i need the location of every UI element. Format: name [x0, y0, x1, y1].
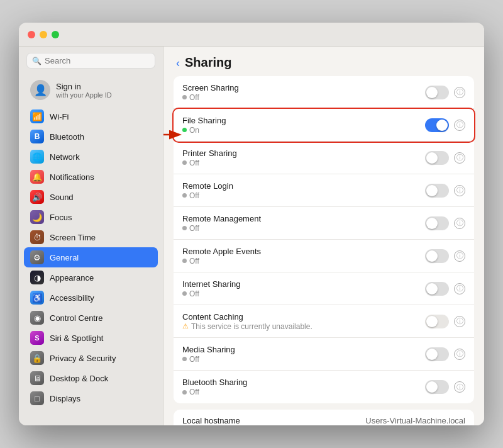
- sidebar-label-displays: Displays: [50, 394, 80, 403]
- sidebar-item-controlcentre[interactable]: ◉ Control Centre: [24, 308, 158, 328]
- back-button[interactable]: ‹: [176, 57, 180, 69]
- screen-sharing-info-btn[interactable]: ⓘ: [454, 87, 465, 98]
- sidebar-item-network[interactable]: 🌐 Network: [24, 147, 158, 167]
- media-sharing-controls: ⓘ: [425, 347, 465, 361]
- sharing-list: Screen Sharing Off ⓘ: [163, 76, 484, 425]
- file-sharing-controls: ⓘ: [425, 118, 465, 132]
- remote-management-controls: ⓘ: [425, 216, 465, 230]
- content-caching-info-btn[interactable]: ⓘ: [454, 316, 465, 327]
- printer-sharing-toggle[interactable]: [425, 151, 449, 165]
- sharing-item-screen-sharing: Screen Sharing Off ⓘ: [174, 76, 474, 109]
- bluetooth-sharing-info: Bluetooth Sharing Off: [182, 378, 425, 396]
- internet-sharing-info: Internet Sharing Off: [182, 279, 425, 298]
- sharing-item-printer-sharing: Printer Sharing Off ⓘ: [174, 142, 474, 174]
- screen-sharing-info: Screen Sharing Off: [182, 83, 425, 102]
- remote-apple-events-toggle[interactable]: [425, 249, 449, 263]
- network-icon: 🌐: [30, 150, 44, 164]
- remote-management-toggle[interactable]: [425, 216, 449, 230]
- media-sharing-toggle[interactable]: [425, 347, 449, 361]
- sidebar-label-notifications: Notifications: [50, 172, 94, 182]
- content-caching-name: Content Caching: [182, 312, 425, 322]
- remote-login-info-btn[interactable]: ⓘ: [454, 185, 465, 196]
- content-caching-status: ⚠ This service is currently unavailable.: [182, 322, 425, 331]
- file-sharing-info-btn[interactable]: ⓘ: [454, 120, 465, 131]
- internet-sharing-dot: [182, 291, 187, 296]
- sidebar-label-desktop: Desktop & Dock: [50, 374, 108, 383]
- appearance-icon: ◑: [30, 271, 44, 284]
- sidebar-label-controlcentre: Control Centre: [50, 313, 103, 323]
- general-icon: ⚙: [30, 250, 44, 264]
- media-sharing-info-btn[interactable]: ⓘ: [454, 349, 465, 360]
- sidebar-item-displays[interactable]: □ Displays: [24, 388, 158, 408]
- remote-login-toggle[interactable]: [425, 184, 449, 198]
- sidebar-item-desktop[interactable]: 🖥 Desktop & Dock: [24, 368, 158, 388]
- sidebar-item-screentime[interactable]: ⏱ Screen Time: [24, 227, 158, 247]
- sidebar-item-appearance[interactable]: ◑ Appearance: [24, 267, 158, 288]
- notifications-icon: 🔔: [30, 170, 44, 184]
- sidebar-label-privacy: Privacy & Security: [50, 354, 116, 363]
- file-sharing-toggle[interactable]: [425, 118, 449, 132]
- bluetooth-sharing-toggle[interactable]: [425, 380, 449, 394]
- sidebar-item-notifications[interactable]: 🔔 Notifications: [24, 167, 158, 187]
- sidebar-item-privacy[interactable]: 🔒 Privacy & Security: [24, 348, 158, 368]
- sidebar-item-focus[interactable]: 🌙 Focus: [24, 207, 158, 227]
- sidebar-item-wifi[interactable]: 📶 Wi-Fi: [24, 106, 158, 126]
- remote-management-info-btn[interactable]: ⓘ: [454, 218, 465, 229]
- sound-icon: 🔊: [30, 190, 44, 204]
- sidebar-item-bluetooth[interactable]: B Bluetooth: [24, 126, 158, 147]
- internet-sharing-controls: ⓘ: [425, 282, 465, 296]
- user-sub: with your Apple ID: [56, 91, 112, 99]
- bluetooth-sharing-info-btn[interactable]: ⓘ: [454, 381, 465, 393]
- focus-icon: 🌙: [30, 210, 44, 224]
- minimize-button[interactable]: [40, 31, 47, 38]
- bluetooth-sharing-name: Bluetooth Sharing: [182, 378, 425, 387]
- displays-icon: □: [30, 391, 44, 405]
- search-input[interactable]: [45, 56, 150, 65]
- sidebar-label-appearance: Appearance: [50, 273, 94, 283]
- screen-sharing-controls: ⓘ: [425, 86, 465, 99]
- maximize-button[interactable]: [52, 31, 59, 38]
- printer-sharing-dot: [182, 160, 187, 165]
- remote-login-dot: [182, 193, 187, 198]
- remote-apple-events-controls: ⓘ: [425, 249, 465, 263]
- sidebar-label-bluetooth: Bluetooth: [50, 132, 84, 142]
- sidebar-item-accessibility[interactable]: ♿ Accessibility: [24, 288, 158, 308]
- internet-sharing-info-btn[interactable]: ⓘ: [454, 283, 465, 294]
- file-sharing-name: File Sharing: [182, 116, 425, 125]
- remote-apple-events-info-btn[interactable]: ⓘ: [454, 250, 465, 262]
- printer-sharing-name: Printer Sharing: [182, 148, 425, 158]
- internet-sharing-toggle[interactable]: [425, 282, 449, 296]
- desktop-icon: 🖥: [30, 371, 44, 385]
- bluetooth-sharing-dot: [182, 390, 187, 395]
- remote-management-info: Remote Management Off: [182, 214, 425, 233]
- sharing-item-internet-sharing: Internet Sharing Off ⓘ: [174, 272, 474, 305]
- siri-icon: S: [30, 331, 44, 345]
- content-caching-toggle[interactable]: [425, 315, 449, 328]
- hostname-value: Users-Virtual-Machine.local: [365, 416, 465, 425]
- sidebar: 🔍 👤 Sign in with your Apple ID: [19, 47, 163, 425]
- sidebar-label-sound: Sound: [50, 193, 74, 202]
- sidebar-item-siri[interactable]: S Siri & Spotlight: [24, 328, 158, 348]
- screen-sharing-toggle[interactable]: [425, 86, 449, 99]
- printer-sharing-info-btn[interactable]: ⓘ: [454, 152, 465, 164]
- system-settings-window: 🔍 👤 Sign in with your Apple ID: [19, 23, 484, 425]
- sharing-item-remote-management: Remote Management Off ⓘ: [174, 207, 474, 240]
- main-panel: ‹ Sharing Screen Sharing Off: [163, 47, 484, 425]
- file-sharing-info: File Sharing On: [182, 116, 425, 135]
- sharing-item-content-caching: Content Caching ⚠ This service is curren…: [174, 305, 474, 338]
- user-name: Sign in: [56, 82, 112, 91]
- printer-sharing-status: Off: [182, 159, 425, 167]
- bluetooth-icon: B: [30, 130, 44, 143]
- search-wrapper[interactable]: 🔍: [26, 53, 155, 69]
- media-sharing-status: Off: [182, 355, 425, 364]
- sharing-item-remote-apple-events: Remote Apple Events Off ⓘ: [174, 240, 474, 272]
- user-signin[interactable]: 👤 Sign in with your Apple ID: [24, 75, 158, 104]
- sidebar-item-sound[interactable]: 🔊 Sound: [24, 187, 158, 207]
- search-icon: 🔍: [32, 57, 41, 65]
- sidebar-label-focus: Focus: [50, 213, 72, 222]
- printer-sharing-controls: ⓘ: [425, 151, 465, 165]
- close-button[interactable]: [28, 31, 35, 38]
- content-caching-info: Content Caching ⚠ This service is curren…: [182, 312, 425, 331]
- internet-sharing-name: Internet Sharing: [182, 279, 425, 289]
- sidebar-item-general[interactable]: ⚙ General: [24, 247, 158, 267]
